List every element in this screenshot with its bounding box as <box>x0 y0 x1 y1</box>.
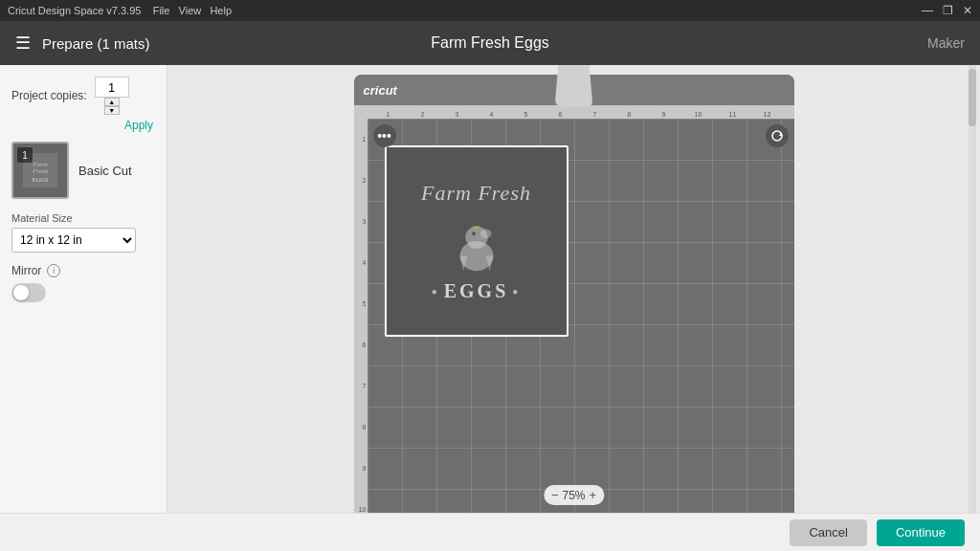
cricut-mat-wrapper: cricut 1 2 3 4 5 6 7 8 9 10 11 12 <box>354 75 794 513</box>
svg-point-9 <box>472 231 476 235</box>
chicken-icon <box>446 209 507 276</box>
zoom-out-button[interactable]: − <box>551 488 559 502</box>
menu-file[interactable]: File <box>153 5 170 16</box>
design-on-mat[interactable]: Farm Fresh <box>385 145 568 337</box>
project-copies-label: Project copies: <box>11 89 87 102</box>
toggle-knob <box>13 285 29 300</box>
mat-body: 1 2 3 4 5 6 7 8 9 10 ••• <box>354 119 794 513</box>
copies-input-wrap: ▲ ▼ <box>95 77 129 115</box>
svg-text:Fresh: Fresh <box>32 167 49 175</box>
mat-number: 1 <box>17 147 33 163</box>
bottom-bar: Cancel Continue <box>0 513 980 551</box>
ruler-left: 1 2 3 4 5 6 7 8 9 10 <box>354 119 368 513</box>
app-header: ☰ Prepare (1 mats) Farm Fresh Eggs Maker <box>0 21 980 65</box>
mat-item: 1 Farm Fresh EGGS Basic Cut <box>11 142 155 199</box>
svg-text:EGGS: EGGS <box>33 177 49 183</box>
mat-label: Basic Cut <box>78 164 132 178</box>
mat-grip <box>555 65 593 107</box>
mirror-row: Mirror i <box>11 264 155 277</box>
design-text-top: Farm Fresh <box>421 181 531 206</box>
copies-up-arrow[interactable]: ▲ <box>104 98 120 106</box>
material-size-label: Material Size <box>11 212 155 224</box>
material-size-select[interactable]: 12 in x 12 in 12 in x 24 in <box>11 228 136 253</box>
titlebar: Cricut Design Space v7.3.95 File View He… <box>0 0 980 21</box>
mat-more-button[interactable]: ••• <box>373 124 396 147</box>
left-panel: Project copies: ▲ ▼ Apply 1 Farm Fresh E <box>0 65 167 513</box>
continue-button[interactable]: Continue <box>877 519 965 546</box>
main-layout: Project copies: ▲ ▼ Apply 1 Farm Fresh E <box>0 65 980 513</box>
restore-icon[interactable]: ❐ <box>943 4 953 17</box>
project-copies-row: Project copies: ▲ ▼ <box>11 77 155 115</box>
close-icon[interactable]: ✕ <box>963 4 972 17</box>
ruler-top: 1 2 3 4 5 6 7 8 9 10 11 12 <box>354 105 794 119</box>
copies-down-arrow[interactable]: ▼ <box>104 106 120 115</box>
cricut-mat: cricut 1 2 3 4 5 6 7 8 9 10 11 12 <box>354 75 794 513</box>
hamburger-icon[interactable]: ☰ <box>15 33 31 54</box>
scrollbar[interactable] <box>969 65 976 513</box>
design-text-bottom: ● EGGS ● <box>432 280 522 302</box>
svg-point-7 <box>479 229 491 238</box>
mat-grid: ••• Farm Fresh <box>368 119 794 513</box>
copies-arrows: ▲ ▼ <box>104 98 120 115</box>
zoom-bar: − 75% + <box>544 485 604 505</box>
canvas-area: cricut 1 2 3 4 5 6 7 8 9 10 11 12 <box>167 65 980 513</box>
apply-button[interactable]: Apply <box>124 119 155 132</box>
mirror-toggle[interactable] <box>11 283 46 302</box>
scrollbar-thumb[interactable] <box>969 69 976 126</box>
menu-view[interactable]: View <box>179 5 202 16</box>
mat-sync-button[interactable] <box>766 124 789 147</box>
mat-thumbnail: 1 Farm Fresh EGGS <box>11 142 69 199</box>
copies-input[interactable] <box>95 77 129 98</box>
zoom-value: 75% <box>562 489 585 502</box>
mirror-label: Mirror <box>11 264 41 277</box>
project-title: Farm Fresh Eggs <box>431 34 549 52</box>
menu-help[interactable]: Help <box>210 5 232 16</box>
prepare-title: Prepare (1 mats) <box>42 35 150 52</box>
zoom-in-button[interactable]: + <box>590 488 597 502</box>
app-title: Cricut Design Space v7.3.95 File View He… <box>8 5 232 16</box>
window-controls: — ❐ ✕ <box>922 4 972 17</box>
cancel-button[interactable]: Cancel <box>790 519 866 546</box>
sync-icon <box>770 129 784 143</box>
minimize-icon[interactable]: — <box>922 4 933 17</box>
mirror-info-icon[interactable]: i <box>47 264 60 277</box>
maker-button[interactable]: Maker <box>927 35 965 51</box>
